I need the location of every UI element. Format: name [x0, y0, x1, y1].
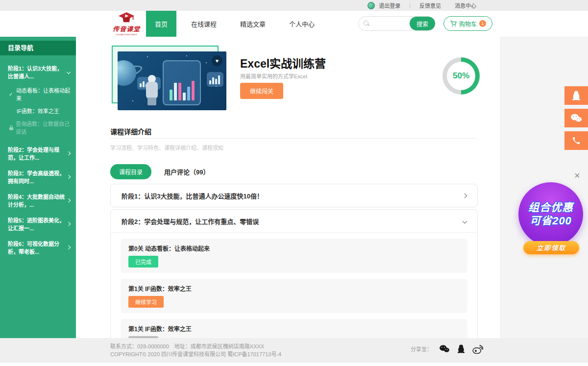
qq-contact-button[interactable] — [564, 86, 588, 105]
nav-online-courses[interactable]: 在线课程 — [182, 11, 225, 37]
cart-button[interactable]: 购物车 1 — [443, 16, 492, 31]
wechat-icon — [570, 113, 582, 123]
logo-subtitle: CHUANYINKETANG — [107, 33, 146, 36]
accordion-stage-1-title: 阶段1：认识3大技能，比普通人办公速度快10倍！ — [122, 191, 263, 200]
sidebar-lesson-label: 动态看板：让表格动起来 — [16, 86, 70, 102]
chevron-right-icon — [67, 245, 71, 249]
lesson-row-1[interactable]: 第1关 IF函数：效率之王 继续学习 — [121, 279, 467, 313]
promo-close-icon[interactable]: × — [574, 171, 580, 180]
sidebar-lesson-dashboard[interactable]: ✓ 动态看板：让表格动起来 — [0, 84, 76, 104]
search-input[interactable] — [372, 17, 410, 30]
catalog-sidebar: 目录导航 阶段1：认识3大技能，比普通人... ✓ 动态看板：让表格动起来 IF… — [0, 37, 76, 338]
weibo-share-icon[interactable] — [472, 344, 483, 354]
wechat-contact-button[interactable] — [564, 109, 588, 127]
promo-line-1: 组合优惠 — [528, 201, 573, 215]
message-center-link[interactable]: 消息中心 — [455, 1, 476, 9]
lesson-title: 第1关 IF函数：效率之王 — [128, 324, 460, 333]
lesson-status-badge[interactable]: 已完成 — [128, 256, 158, 268]
sidebar-lesson-lookup[interactable]: 查询函数：让数据自己说话 — [0, 117, 76, 138]
sidebar-stage-2-label: 阶段2：学会处理与规范，让工作... — [8, 146, 67, 161]
sidebar-stage-5-label: 阶段5：进阶图表美化，让汇报一... — [8, 216, 67, 232]
promo-line-2: 可省200 — [530, 214, 572, 228]
sidebar-stage-4-label: 阶段4：大批数据自动统计分析，... — [8, 193, 67, 208]
nav-home[interactable]: 首页 — [146, 11, 176, 37]
sidebar-stage-2[interactable]: 阶段2：学会处理与规范，让工作... — [0, 142, 76, 165]
sidebar-stage-6[interactable]: 阶段6：可视化数据分析，帮老板... — [0, 236, 76, 259]
check-icon: ✓ — [9, 92, 14, 97]
sidebar-stage-3[interactable]: 阶段3：学会高级透视，拥有同时... — [0, 165, 76, 189]
course-title: Excel实战训练营 — [240, 54, 326, 71]
accordion-stage-2-header[interactable]: 阶段2：学会处理与规范，让工作有重点、零错误 — [111, 210, 477, 232]
sidebar-stage-1[interactable]: 阶段1：认识3大技能，比普通人... — [0, 60, 76, 84]
tab-user-comments[interactable]: 用户评论（99） — [164, 167, 209, 176]
lesson-title: 第0关 动态看板：让表格动起来 — [128, 244, 460, 252]
sidebar-stage-3-label: 阶段3：学会高级透视，拥有同时... — [8, 169, 67, 185]
divider — [111, 232, 477, 233]
sidebar-lesson-label: 查询函数：让数据自己说话 — [16, 120, 70, 135]
footer-share: 分享至： — [411, 344, 483, 354]
progress-ring: 50% — [442, 57, 480, 95]
phone-icon — [572, 136, 581, 145]
continue-button[interactable]: 继续闯关 — [240, 83, 283, 99]
footer-copyright: COPYRIGHT© 2020 四川传音课堂科技有限公司 蜀ICP备170177… — [110, 350, 281, 358]
bottom-strip — [0, 363, 588, 366]
course-subtitle: 用最简单实用的方式学Excel — [240, 72, 307, 80]
logo-title: 传音课堂 — [107, 24, 146, 33]
logout-link[interactable]: 退出登录 — [379, 1, 400, 9]
search-icon — [364, 21, 369, 26]
divider — [110, 138, 477, 139]
course-tabs: 课程目录 用户评论（99） — [110, 164, 209, 179]
chevron-right-icon — [67, 198, 71, 202]
sidebar-lesson-label: IF函数：效率之王 — [17, 107, 59, 115]
chevron-right-icon — [67, 151, 71, 155]
sidebar-stage-5[interactable]: 阶段5：进阶图表美化，让汇报一... — [0, 212, 76, 236]
share-label: 分享至： — [411, 345, 432, 353]
cart-label: 购物车 — [459, 20, 477, 28]
top-utility-bar: 退出登录 | 反馈意见 消息中心 — [0, 0, 588, 11]
chart-panel-right — [207, 72, 223, 87]
topbar-divider: | — [409, 2, 411, 8]
chevron-right-icon — [67, 222, 71, 226]
promo-claim-button[interactable]: 立即领取 — [523, 241, 579, 254]
planet — [118, 60, 136, 86]
footer: 联系方式：028-0000000 地址：成都市武侯区槐树店南路XXXX COPY… — [0, 338, 588, 363]
footer-contact: 联系方式：028-0000000 地址：成都市武侯区槐树店南路XXXX — [110, 342, 264, 350]
dashboard-screen — [163, 60, 201, 105]
qq-share-icon[interactable] — [457, 344, 466, 354]
chevron-right-icon — [463, 193, 467, 198]
user-avatar[interactable] — [368, 2, 375, 9]
main-content: ♥ Excel实战训练营 用最简单实用的方式学Excel 继续闯关 50% 课程… — [76, 37, 500, 338]
qq-icon — [571, 90, 581, 101]
sidebar-title: 目录导航 — [0, 41, 76, 55]
tab-course-catalog[interactable]: 课程目录 — [110, 164, 151, 179]
main-nav: 首页 在线课程 精选文章 个人中心 — [146, 11, 323, 37]
cart-count-badge: 1 — [479, 20, 486, 27]
graduation-cap-icon — [118, 12, 135, 23]
sidebar-stage-6-label: 阶段6：可视化数据分析，帮老板... — [8, 240, 67, 255]
site-logo[interactable]: 传音课堂 CHUANYINKETANG — [107, 12, 146, 36]
lesson-title: 第1关 IF函数：效率之王 — [128, 284, 460, 293]
accordion-stage-2-title: 阶段2：学会处理与规范，让工作有重点、零错误 — [122, 217, 259, 226]
nav-featured-articles[interactable]: 精选文章 — [231, 11, 274, 37]
header: 传音课堂 CHUANYINKETANG 首页 在线课程 精选文章 个人中心 搜索… — [0, 11, 588, 37]
detail-heading: 课程详细介绍 — [110, 126, 151, 136]
lesson-status-badge[interactable]: 继续学习 — [128, 296, 164, 308]
phone-contact-button[interactable] — [564, 131, 588, 150]
chevron-down-icon — [463, 219, 467, 223]
lesson-row-0[interactable]: 第0关 动态看板：让表格动起来 已完成 — [121, 239, 467, 273]
feedback-link[interactable]: 反馈意见 — [419, 1, 441, 9]
cart-icon — [450, 21, 457, 27]
nav-personal-center[interactable]: 个人中心 — [280, 11, 323, 37]
sidebar-stage-1-label: 阶段1：认识3大技能，比普通人... — [8, 64, 67, 80]
sidebar-lesson-if[interactable]: IF函数：效率之王 — [0, 104, 76, 117]
detail-summary: 学习流程、学习特色、课程详细介绍、课程须知 — [110, 144, 223, 151]
sidebar-stage-4[interactable]: 阶段4：大批数据自动统计分析，... — [0, 189, 76, 212]
search-box: 搜索 — [358, 16, 436, 31]
search-button[interactable]: 搜索 — [410, 17, 435, 30]
accordion-stage-1[interactable]: 阶段1：认识3大技能，比普通人办公速度快10倍！ — [110, 184, 478, 207]
wechat-share-icon[interactable] — [439, 344, 450, 353]
progress-value: 50% — [447, 62, 475, 90]
promo-badge[interactable]: 组合优惠 可省200 — [518, 182, 583, 246]
course-banner-image[interactable]: ♥ — [118, 51, 226, 110]
favorite-heart-icon[interactable]: ♥ — [212, 55, 222, 66]
